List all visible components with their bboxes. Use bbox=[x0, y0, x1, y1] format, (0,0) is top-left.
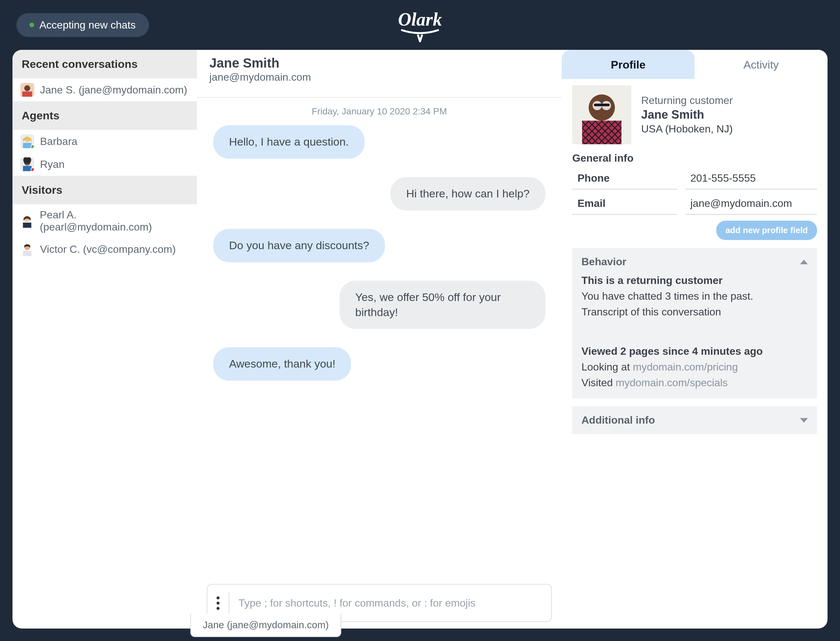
svg-rect-21 bbox=[594, 104, 610, 106]
behavior-visited-url[interactable]: mydomain.com/specials bbox=[615, 377, 727, 388]
chat-panel: Jane Smith jane@mydomain.com Friday, Jan… bbox=[197, 50, 562, 628]
profile-photo bbox=[572, 85, 631, 144]
behavior-viewed-title: Viewed 2 pages since 4 minutes ago bbox=[582, 345, 763, 357]
status-online-icon bbox=[31, 145, 34, 148]
behavior-headline: This is a returning customer bbox=[582, 274, 722, 286]
sidebar: Recent conversations Jane S. (jane@mydom… bbox=[13, 50, 197, 628]
svg-rect-23 bbox=[582, 121, 622, 144]
brand-logo: Olark bbox=[391, 6, 449, 47]
behavior-line: You have chatted 3 times in the past. bbox=[582, 288, 808, 304]
chevron-down-icon[interactable] bbox=[800, 418, 808, 423]
tab-profile[interactable]: Profile bbox=[562, 50, 695, 79]
sidebar-item-label: Jane S. (jane@mydomain.com) bbox=[40, 84, 187, 96]
chat-message-agent: Yes, we offer 50% off for your birthday! bbox=[339, 281, 545, 329]
chat-message-visitor: Hello, I have a question. bbox=[213, 125, 365, 159]
status-online-dot-icon bbox=[29, 23, 34, 27]
behavior-looking-url[interactable]: mydomain.com/pricing bbox=[633, 361, 738, 373]
profile-phone-label: Phone bbox=[572, 168, 677, 190]
sidebar-item-recent-jane[interactable]: Jane S. (jane@mydomain.com) bbox=[13, 78, 197, 101]
behavior-section: Behavior This is a returning customer Yo… bbox=[572, 248, 817, 398]
behavior-visited-prefix: Visited bbox=[582, 377, 615, 388]
profile-panel: Returning customer Jane Smith USA (Hobok… bbox=[562, 50, 827, 628]
profile-email-value[interactable]: jane@mydomain.com bbox=[685, 193, 817, 215]
divider bbox=[229, 593, 229, 614]
sidebar-item-visitor-pearl[interactable]: Pearl A. (pearl@mydomain.com) bbox=[13, 204, 197, 238]
svg-point-2 bbox=[24, 85, 30, 91]
chat-message-visitor: Awesome, thank you! bbox=[213, 347, 351, 381]
general-info-title: General info bbox=[572, 152, 817, 164]
profile-tabs: Profile Activity bbox=[562, 50, 827, 79]
chat-message-agent: Hi there, how can I help? bbox=[391, 177, 545, 211]
behavior-looking-prefix: Looking at bbox=[582, 361, 633, 373]
avatar bbox=[20, 242, 34, 256]
profile-phone-value[interactable]: 201-555-5555 bbox=[685, 168, 817, 190]
sidebar-header-visitors: Visitors bbox=[13, 176, 197, 204]
status-pill[interactable]: Accepting new chats bbox=[16, 13, 149, 37]
svg-text:Olark: Olark bbox=[398, 9, 442, 29]
active-chat-tab[interactable]: Jane (jane@mydomain.com) bbox=[190, 614, 341, 637]
status-text: Accepting new chats bbox=[39, 19, 136, 31]
sidebar-header-recent: Recent conversations bbox=[13, 50, 197, 78]
avatar bbox=[20, 83, 34, 97]
add-profile-field-button[interactable]: add new profile field bbox=[716, 221, 817, 240]
sidebar-item-agent-ryan[interactable]: Ryan bbox=[13, 153, 197, 176]
profile-status: Returning customer bbox=[641, 94, 733, 106]
chat-contact-email: jane@mydomain.com bbox=[209, 71, 549, 83]
tab-activity[interactable]: Activity bbox=[695, 50, 827, 79]
sidebar-item-label: Victor C. (vc@company.com) bbox=[40, 243, 176, 255]
svg-rect-6 bbox=[23, 143, 31, 148]
sidebar-item-label: Pearl A. (pearl@mydomain.com) bbox=[40, 209, 189, 233]
profile-location: USA (Hoboken, NJ) bbox=[641, 123, 733, 135]
profile-email-label: Email bbox=[572, 193, 677, 215]
chat-messages: Hello, I have a question. Hi there, how … bbox=[197, 125, 562, 580]
avatar bbox=[20, 134, 34, 148]
sidebar-item-label: Ryan bbox=[40, 158, 65, 171]
svg-rect-10 bbox=[23, 166, 31, 171]
svg-rect-3 bbox=[22, 92, 32, 97]
svg-point-18 bbox=[589, 94, 615, 121]
sidebar-item-visitor-victor[interactable]: Victor C. (vc@company.com) bbox=[13, 238, 197, 261]
more-options-icon[interactable] bbox=[216, 596, 220, 610]
additional-info-title: Additional info bbox=[582, 414, 655, 426]
behavior-line: Transcript of this conversation bbox=[582, 304, 808, 320]
svg-rect-13 bbox=[23, 222, 31, 228]
sidebar-item-agent-barbara[interactable]: Barbara bbox=[13, 130, 197, 153]
chat-contact-name: Jane Smith bbox=[209, 56, 549, 71]
avatar bbox=[20, 214, 34, 228]
additional-info-section[interactable]: Additional info bbox=[572, 406, 817, 434]
chat-date: Friday, January 10 2020 2:34 PM bbox=[197, 98, 562, 125]
chat-input[interactable] bbox=[239, 597, 542, 609]
chevron-up-icon[interactable] bbox=[800, 260, 808, 264]
sidebar-item-label: Barbara bbox=[40, 135, 78, 148]
avatar bbox=[20, 157, 34, 171]
chat-message-visitor: Do you have any discounts? bbox=[213, 229, 385, 262]
behavior-title: Behavior bbox=[582, 256, 627, 268]
status-away-icon bbox=[31, 167, 34, 171]
profile-name: Jane Smith bbox=[641, 108, 733, 122]
sidebar-header-agents: Agents bbox=[13, 101, 197, 130]
svg-rect-16 bbox=[23, 251, 31, 256]
